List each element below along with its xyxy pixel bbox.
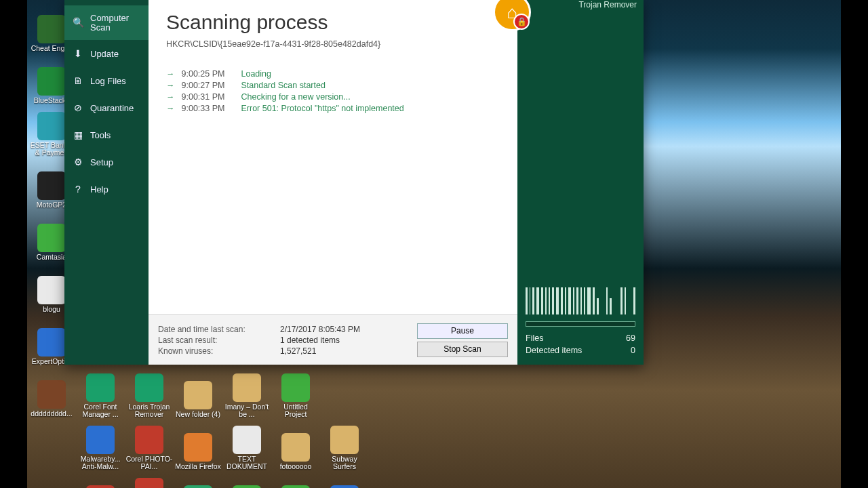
app-icon: [281, 433, 310, 462]
desktop-icon[interactable]: Mozilla Firefox: [174, 418, 222, 470]
log-row: →9:00:27 PMStandard Scan started: [166, 81, 500, 90]
log-row: →9:00:31 PMChecking for a new version...: [166, 92, 500, 102]
nav-quarantine[interactable]: ⊘ Quarantine: [64, 94, 149, 121]
app-icon: [86, 485, 115, 488]
grid-icon: ▦: [73, 129, 83, 140]
desktop-icon[interactable]: TEXT DOKUMENT: [222, 418, 271, 470]
desktop-icon[interactable]: Imany – Don't be ...: [222, 366, 271, 418]
desktop-icon[interactable]: ddddddddd...: [27, 365, 76, 418]
scan-stats: Date and time last scan: 2/17/2017 8:05:…: [158, 325, 406, 356]
nav-label: Update: [90, 49, 119, 59]
desktop-icon[interactable]: µTorrent: [222, 470, 271, 488]
log-message: Error 501: Protocol "https" not implemen…: [241, 104, 404, 113]
page-title: Scanning process: [166, 11, 500, 34]
main-body: Scanning process HKCR\CLSID\{15eae92e-f1…: [149, 0, 517, 314]
log-timestamp: 9:00:31 PM: [182, 92, 235, 102]
log-message: Checking for a new version...: [241, 92, 351, 102]
app-icon: [184, 433, 212, 462]
desktop-icon[interactable]: Untitled Project: [271, 366, 320, 418]
icon-label: Subway Surfers: [321, 455, 368, 470]
right-panel-top: Trojan Remover ⌂ 🔒: [517, 0, 644, 31]
lock-icon: 🔒: [513, 14, 530, 30]
nav-log-files[interactable]: 🗎 Log Files: [64, 67, 149, 94]
icon-label: Mozilla Firefox: [175, 463, 221, 470]
files-label: Files: [526, 333, 543, 343]
icon-label: MotoGP2: [37, 201, 66, 209]
app-icon: [37, 328, 66, 357]
app-icon: [37, 276, 66, 304]
download-icon: ⬇: [73, 48, 83, 59]
icon-label: Corel PHOTO-PAI...: [125, 455, 173, 470]
app-icon: [37, 224, 66, 252]
desktop-icon[interactable]: Loaris Trojan Remover: [125, 366, 174, 418]
scan-progress-bar: [526, 321, 635, 327]
block-icon: ⊘: [73, 102, 83, 113]
letterbox-right: [841, 0, 868, 488]
desktop-icon[interactable]: MP3 Cutter: [76, 470, 125, 488]
icon-label: Imany – Don't be ...: [223, 403, 271, 418]
detected-count: Detected items 0: [526, 346, 635, 355]
detected-value: 0: [631, 346, 635, 355]
app-icon: [37, 112, 66, 140]
stat-val: 1,527,521: [280, 346, 406, 356]
icon-label: Corel Font Manager ...: [77, 403, 124, 418]
app-icon: [135, 373, 163, 402]
app-icon: [184, 485, 212, 488]
current-scan-path: HKCR\CLSID\{15eae92e-f17a-4431-9f28-805e…: [166, 39, 500, 49]
pause-button[interactable]: Pause: [417, 323, 508, 339]
scan-log: →9:00:25 PMLoading→9:00:27 PMStandard Sc…: [166, 69, 500, 113]
icon-label: Untitled Project: [272, 403, 319, 418]
desktop-icon[interactable]: Subway Surfers: [320, 418, 369, 470]
desktop-icons-rows: Corel Font Manager ...Loaris Trojan Remo…: [76, 366, 841, 488]
app-icon: [330, 485, 359, 488]
app-icon: [37, 67, 66, 96]
desktop-icon-row: MP3 CutterCorel PHOTO-PAI...CalculatorµT…: [76, 470, 841, 488]
desktop-icon[interactable]: Malwareby... Anti-Malw...: [76, 418, 125, 470]
app-icon: [86, 373, 115, 402]
log-row: →9:00:33 PMError 501: Protocol "https" n…: [166, 104, 500, 113]
icon-label: fotoooooo: [280, 463, 312, 470]
icon-label: Loaris Trojan Remover: [125, 403, 173, 418]
icon-label: New folder (4): [176, 411, 220, 418]
nav-label: Log Files: [90, 76, 126, 86]
nav-help[interactable]: ? Help: [64, 176, 149, 203]
app-icon: [233, 373, 261, 402]
desktop-icon-row: Malwareby... Anti-Malw...Corel PHOTO-PAI…: [76, 418, 841, 470]
arrow-icon: →: [166, 92, 175, 102]
app-icon: [37, 15, 66, 43]
nav-computer-scan[interactable]: 🔍 Computer Scan: [64, 5, 149, 40]
desktop-icon[interactable]: Corel Font Manager ...: [76, 366, 125, 418]
app-icon: [233, 426, 261, 454]
nav-setup[interactable]: ⚙ Setup: [64, 148, 149, 176]
letterbox-left: [0, 0, 27, 488]
arrow-icon: →: [166, 81, 175, 90]
log-timestamp: 9:00:25 PM: [182, 69, 235, 79]
log-timestamp: 9:00:33 PM: [182, 104, 235, 113]
nav-label: Quarantine: [90, 103, 134, 113]
app-icon: [86, 426, 115, 454]
nav-update[interactable]: ⬇ Update: [64, 40, 149, 67]
desktop-icon[interactable]: fotoooooo: [271, 418, 320, 470]
desktop-icon[interactable]: CutStudioP...: [271, 470, 320, 488]
nav-label: Computer Scan: [90, 14, 140, 32]
log-message: Standard Scan started: [241, 81, 326, 90]
stat-val: 2/17/2017 8:05:43 PM: [280, 325, 406, 334]
desktop-icon[interactable]: Calculator: [174, 470, 222, 488]
files-count: Files 69: [526, 333, 635, 343]
app-icon: [135, 478, 163, 488]
desktop-icon[interactable]: New folder (4): [174, 366, 222, 418]
desktop-icon[interactable]: Corel PHOTO-PAI...: [125, 470, 174, 488]
nav-label: Tools: [90, 130, 111, 140]
desktop-icon[interactable]: AdwCleaner: [320, 470, 369, 488]
nav-tools[interactable]: ▦ Tools: [64, 121, 149, 148]
stop-scan-button[interactable]: Stop Scan: [417, 342, 508, 357]
desktop-icon[interactable]: Corel PHOTO-PAI...: [125, 418, 174, 470]
document-icon: 🗎: [73, 75, 83, 86]
footer-bar: Date and time last scan: 2/17/2017 8:05:…: [149, 314, 517, 365]
app-icon: [233, 485, 261, 488]
icon-label: blogu: [43, 306, 60, 313]
app-icon: [330, 426, 359, 454]
app-icon: [184, 381, 212, 409]
desktop-icon-row: Corel Font Manager ...Loaris Trojan Remo…: [76, 366, 841, 418]
desktop: Cheat Engi...BlueStacksESET Bankin & Pay…: [0, 0, 868, 488]
